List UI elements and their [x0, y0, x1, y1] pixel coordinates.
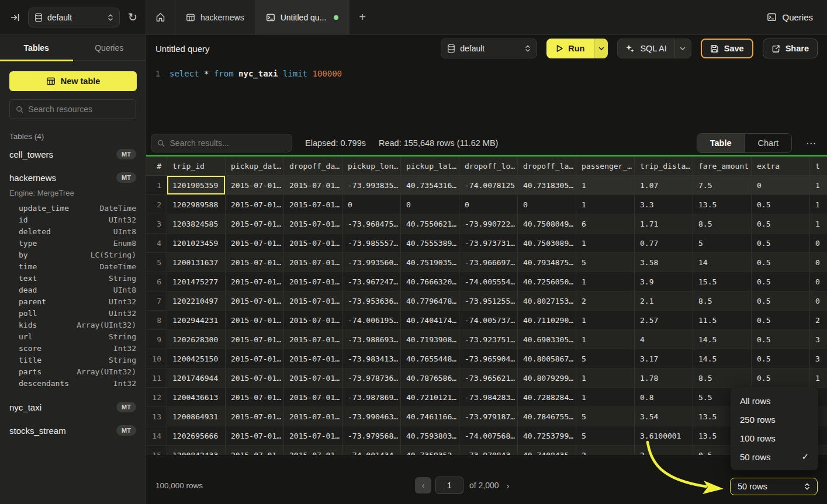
table-cell[interactable]: -73.990463…: [342, 407, 401, 426]
table-cell[interactable]: 2015-07-01…: [284, 272, 342, 291]
table-cell[interactable]: 2015-07-01…: [226, 349, 284, 369]
row-number[interactable]: 5: [146, 253, 167, 272]
table-cell[interactable]: 3: [810, 330, 827, 349]
schema-column-row[interactable]: pollUInt32: [0, 307, 146, 319]
table-cell[interactable]: 1.78: [635, 369, 693, 388]
table-cell[interactable]: 40.6903305…: [518, 330, 576, 349]
schema-column-row[interactable]: kidsArray(UInt32): [0, 319, 146, 331]
table-cell[interactable]: -73.988693…: [342, 330, 401, 349]
view-toggle-table[interactable]: Table: [697, 134, 745, 152]
table-cell[interactable]: 0.5: [752, 311, 810, 330]
table-cell[interactable]: 2015-07-01…: [226, 311, 284, 330]
table-cell[interactable]: 1201475277: [167, 272, 226, 291]
table-cell[interactable]: -74.007568…: [459, 426, 518, 446]
table-cell[interactable]: 2015-07-01…: [284, 330, 342, 349]
table-row[interactable]: 1012004251502015-07-01…2015-07-01…-73.98…: [146, 349, 827, 369]
row-number[interactable]: 9: [146, 330, 167, 349]
run-button[interactable]: Run: [546, 39, 594, 58]
table-cell[interactable]: 14.5: [693, 349, 752, 369]
sql-ai-options-button[interactable]: [674, 39, 691, 58]
table-cell[interactable]: 2015-07-01…: [284, 369, 342, 388]
table-cell[interactable]: 1201023459: [167, 234, 226, 253]
column-header[interactable]: trip_dista…: [635, 157, 693, 176]
table-cell[interactable]: 40.7253799…: [518, 426, 576, 446]
table-cell[interactable]: 40.7461166…: [401, 407, 459, 426]
table-cell[interactable]: -73.978736…: [342, 369, 401, 388]
table-cell[interactable]: 3: [810, 349, 827, 369]
rows-menu-option[interactable]: 50 rows✓: [731, 447, 818, 466]
table-row[interactable]: 712022104972015-07-01…2015-07-01…-73.953…: [146, 291, 827, 311]
schema-column-row[interactable]: idUInt32: [0, 214, 146, 225]
table-cell[interactable]: 2015-07-01…: [284, 311, 342, 330]
new-tab-button[interactable]: +: [350, 0, 375, 34]
table-cell[interactable]: -73.970843: [459, 446, 518, 455]
table-cell[interactable]: 11.5: [693, 311, 752, 330]
schema-column-row[interactable]: descendantsInt32: [0, 377, 146, 389]
row-number[interactable]: 14: [146, 426, 167, 446]
table-cell[interactable]: 40.7354316…: [401, 176, 459, 195]
table-cell[interactable]: 2015-07-01…: [284, 291, 342, 311]
table-cell[interactable]: 3.9: [635, 272, 693, 291]
table-cell[interactable]: 5: [576, 349, 635, 369]
table-cell[interactable]: 40.7110290…: [518, 311, 576, 330]
table-cell[interactable]: -73.951255…: [459, 291, 518, 311]
table-cell[interactable]: 1.71: [635, 214, 693, 234]
table-cell[interactable]: -73.965621…: [459, 369, 518, 388]
sidebar-table-nyc-taxi[interactable]: nyc_taxi MT: [0, 397, 146, 417]
table-cell[interactable]: 0: [810, 272, 827, 291]
schema-column-row[interactable]: scoreInt32: [0, 342, 146, 354]
column-header[interactable]: pickup_lon…: [342, 157, 401, 176]
table-cell[interactable]: 1: [810, 195, 827, 214]
table-cell[interactable]: 40.7655448…: [401, 349, 459, 369]
table-cell[interactable]: 2015-07-01…: [284, 407, 342, 426]
table-row[interactable]: 312038245852015-07-01…2015-07-01…-73.968…: [146, 214, 827, 234]
table-cell[interactable]: 3.6100001: [635, 426, 693, 446]
table-cell[interactable]: 40.8027153…: [518, 291, 576, 311]
schema-column-row[interactable]: timeDateTime: [0, 260, 146, 272]
table-cell[interactable]: 5: [693, 234, 752, 253]
table-cell[interactable]: 2015-07-01…: [284, 176, 342, 195]
table-cell[interactable]: 1: [810, 369, 827, 388]
table-cell[interactable]: 40.7519035…: [401, 253, 459, 272]
table-cell[interactable]: -74.0078125: [459, 176, 518, 195]
table-cell[interactable]: 0.5: [752, 369, 810, 388]
table-cell[interactable]: 40.7593803…: [401, 426, 459, 446]
table-cell[interactable]: 0.77: [635, 234, 693, 253]
table-row[interactable]: 912026283002015-07-01…2015-07-01…-73.988…: [146, 330, 827, 349]
table-cell[interactable]: 2015-07-01…: [226, 234, 284, 253]
table-row[interactable]: 812029442312015-07-01…2015-07-01…-74.006…: [146, 311, 827, 330]
row-number[interactable]: 2: [146, 195, 167, 214]
table-cell[interactable]: 2015-07-01…: [226, 272, 284, 291]
table-cell[interactable]: 40.7408435: [518, 446, 576, 455]
table-cell[interactable]: 2015-07-01…: [226, 214, 284, 234]
row-number[interactable]: 6: [146, 272, 167, 291]
table-cell[interactable]: 3.17: [635, 349, 693, 369]
table-cell[interactable]: 2: [576, 291, 635, 311]
table-cell[interactable]: 2015-07-01…: [226, 291, 284, 311]
next-page-button[interactable]: ›: [503, 481, 513, 491]
table-cell[interactable]: 0: [752, 176, 810, 195]
view-toggle-chart[interactable]: Chart: [745, 134, 791, 152]
table-cell[interactable]: 2015-07-01…: [226, 426, 284, 446]
table-cell[interactable]: 8.5: [693, 369, 752, 388]
sql-ai-button[interactable]: SQL AI: [618, 44, 674, 53]
sidebar-tab-tables[interactable]: Tables: [0, 35, 73, 60]
table-cell[interactable]: 40.7666320…: [401, 272, 459, 291]
table-cell[interactable]: 1: [810, 214, 827, 234]
table-cell[interactable]: 13.5: [693, 195, 752, 214]
column-header[interactable]: pickup_lat…: [401, 157, 459, 176]
table-cell[interactable]: -73.966697…: [459, 253, 518, 272]
table-cell[interactable]: -73.990722…: [459, 214, 518, 234]
schema-column-row[interactable]: byLC(String): [0, 249, 146, 260]
topbar-database-selector[interactable]: default: [28, 8, 120, 27]
rows-menu-option[interactable]: 250 rows: [731, 410, 818, 429]
table-cell[interactable]: 2015-07-01…: [226, 407, 284, 426]
table-cell[interactable]: 40.7846755…: [518, 407, 576, 426]
schema-column-row[interactable]: deadUInt8: [0, 284, 146, 296]
table-cell[interactable]: 0.5: [752, 349, 810, 369]
table-cell[interactable]: -73.993835…: [342, 176, 401, 195]
table-cell[interactable]: 2015-07-01…: [284, 253, 342, 272]
collapse-sidebar-button[interactable]: [11, 13, 20, 22]
column-header[interactable]: dropoff_da…: [284, 157, 342, 176]
table-cell[interactable]: 1: [576, 311, 635, 330]
